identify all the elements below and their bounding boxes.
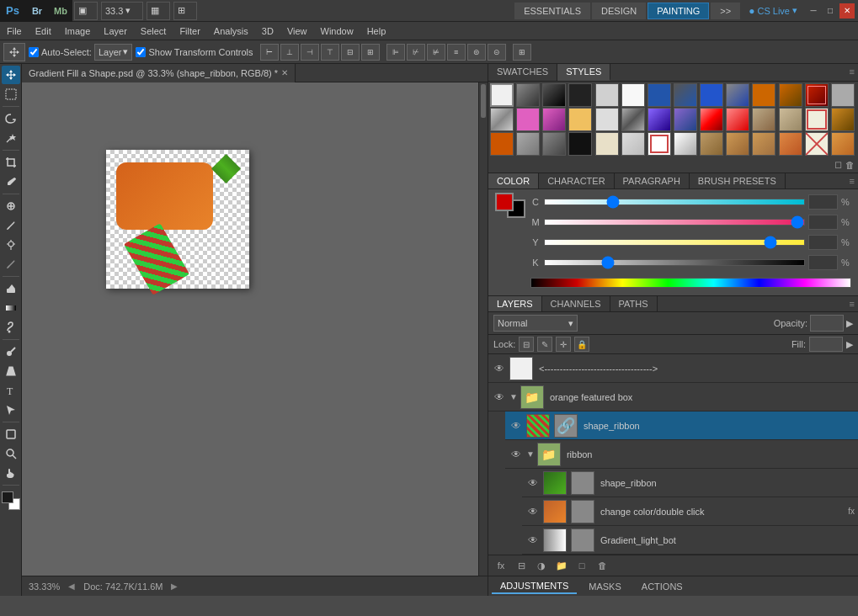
crop-tool[interactable]: [2, 153, 20, 172]
layer-visibility-toggle[interactable]: 👁: [492, 390, 507, 405]
screen-mode-dropdown[interactable]: ▣: [74, 2, 98, 20]
actions-tab[interactable]: ACTIONS: [633, 580, 691, 593]
pen-tool[interactable]: [2, 362, 20, 380]
history-brush-tool[interactable]: [2, 255, 20, 273]
opacity-input[interactable]: 100%: [810, 315, 844, 332]
style-swatch[interactable]: [674, 83, 697, 107]
character-tab[interactable]: CHARACTER: [539, 173, 614, 189]
fill-arrow[interactable]: ▶: [846, 339, 853, 350]
align-center-btn[interactable]: ⊥: [280, 44, 299, 61]
layer-row[interactable]: 👁 ▼ 📁 ribbon: [505, 440, 858, 469]
dist-bottom-btn[interactable]: ⊝: [488, 44, 506, 61]
style-swatch[interactable]: [516, 108, 540, 131]
type-tool[interactable]: T: [2, 381, 20, 400]
masks-tab[interactable]: MASKS: [580, 580, 630, 593]
k-value[interactable]: 23: [808, 255, 838, 270]
style-swatch[interactable]: [621, 108, 645, 131]
marquee-tool[interactable]: [2, 85, 20, 104]
layer-dropdown[interactable]: Layer ▾: [94, 44, 133, 61]
adjustments-tab[interactable]: ADJUSTMENTS: [492, 579, 577, 594]
clone-stamp-tool[interactable]: [2, 236, 20, 254]
mask-btn[interactable]: ⊟: [512, 558, 530, 573]
cs-live-btn[interactable]: ● CS Live ▾: [742, 3, 804, 19]
fg-color-swatch[interactable]: [2, 491, 13, 503]
menu-help[interactable]: Help: [360, 22, 393, 40]
style-swatch[interactable]: [831, 83, 855, 107]
adjustment-btn[interactable]: ◑: [532, 558, 551, 573]
dist-left-btn[interactable]: ⊫: [386, 44, 405, 61]
style-swatch[interactable]: [568, 108, 592, 131]
link-icon[interactable]: 🔗: [557, 417, 575, 435]
layer-row[interactable]: 👁 Gradient_light_bot: [522, 526, 858, 555]
opacity-arrow[interactable]: ▶: [846, 318, 853, 329]
dist-center-btn[interactable]: ⊬: [407, 44, 425, 61]
style-swatch[interactable]: [805, 83, 829, 107]
essentials-btn[interactable]: ESSENTIALS: [514, 3, 590, 19]
zoom-tool[interactable]: [2, 444, 20, 463]
style-swatch[interactable]: [700, 132, 723, 156]
style-swatch[interactable]: [831, 108, 855, 131]
align-right-btn[interactable]: ⊣: [301, 44, 319, 61]
style-swatch[interactable]: [700, 108, 723, 131]
menu-analysis[interactable]: Analysis: [207, 22, 255, 40]
dodge-tool[interactable]: [2, 343, 20, 361]
style-swatch[interactable]: [490, 83, 514, 107]
document-tab[interactable]: Gradient Fill a Shape.psd @ 33.3% (shape…: [22, 64, 296, 82]
style-swatch[interactable]: [805, 108, 829, 131]
br-logo[interactable]: Br: [25, 0, 49, 22]
menu-filter[interactable]: Filter: [173, 22, 206, 40]
design-btn[interactable]: DESIGN: [592, 3, 646, 19]
style-swatch[interactable]: [700, 83, 723, 107]
style-swatch[interactable]: [542, 108, 566, 131]
layer-visibility-toggle[interactable]: 👁: [525, 504, 541, 519]
layer-visibility-toggle[interactable]: 👁: [492, 361, 507, 376]
status-prev-btn[interactable]: ◀: [67, 581, 77, 592]
layer-row[interactable]: 👁 shape_ribbon: [522, 469, 858, 497]
lock-image-btn[interactable]: ✎: [537, 337, 552, 352]
c-value[interactable]: 25: [808, 194, 838, 210]
c-slider[interactable]: [544, 199, 805, 205]
fg-color[interactable]: [495, 193, 514, 211]
eraser-tool[interactable]: [2, 279, 20, 298]
menu-edit[interactable]: Edit: [29, 22, 58, 40]
more-workspaces-btn[interactable]: >>: [711, 3, 740, 19]
layer-row[interactable]: 👁 change color/double click fx: [522, 497, 858, 526]
style-swatch[interactable]: [621, 132, 645, 156]
style-swatch[interactable]: [674, 108, 697, 131]
style-swatch[interactable]: [647, 83, 671, 107]
lock-position-btn[interactable]: ✛: [556, 337, 571, 352]
blend-mode-dropdown[interactable]: Normal ▾: [493, 315, 578, 332]
fx-btn[interactable]: fx: [492, 558, 510, 573]
magic-wand-tool[interactable]: [2, 129, 20, 147]
dist-top-btn[interactable]: ≡: [447, 44, 466, 61]
style-swatch[interactable]: [516, 83, 540, 107]
style-swatch[interactable]: [647, 132, 671, 156]
painting-btn[interactable]: PAINTING: [647, 3, 709, 19]
new-layer-btn[interactable]: □: [573, 558, 591, 573]
paths-tab[interactable]: PATHS: [610, 296, 658, 311]
layer-row[interactable]: 👁 ▼ 📁 orange featured box: [488, 383, 858, 412]
style-swatch[interactable]: [752, 132, 775, 156]
style-swatch[interactable]: [674, 132, 697, 156]
align-bottom-btn[interactable]: ⊞: [361, 44, 380, 61]
style-swatch[interactable]: [490, 132, 514, 156]
layer-visibility-toggle[interactable]: 👁: [525, 475, 541, 491]
group-expand-arrow[interactable]: ▼: [526, 449, 535, 459]
style-swatch[interactable]: [752, 108, 775, 131]
style-swatch[interactable]: [726, 108, 749, 131]
vertical-scrollbar[interactable]: [478, 82, 488, 586]
lock-transparent-btn[interactable]: ⊟: [519, 337, 534, 352]
align-middle-btn[interactable]: ⊟: [341, 44, 360, 61]
styles-new-btn[interactable]: ◻: [834, 159, 842, 170]
close-btn[interactable]: ✕: [839, 3, 855, 19]
y-slider[interactable]: [544, 239, 805, 246]
m-value[interactable]: 100: [808, 215, 838, 230]
style-swatch[interactable]: [516, 132, 540, 156]
shape-tool[interactable]: [2, 425, 20, 443]
style-swatch[interactable]: [779, 108, 802, 131]
align-top-btn[interactable]: ⊤: [321, 44, 339, 61]
dist-right-btn[interactable]: ⊭: [427, 44, 445, 61]
layer-row[interactable]: 👁 <----------------------------------->: [488, 354, 858, 383]
spot-heal-tool[interactable]: [2, 197, 20, 215]
layer-visibility-toggle[interactable]: 👁: [525, 533, 541, 548]
